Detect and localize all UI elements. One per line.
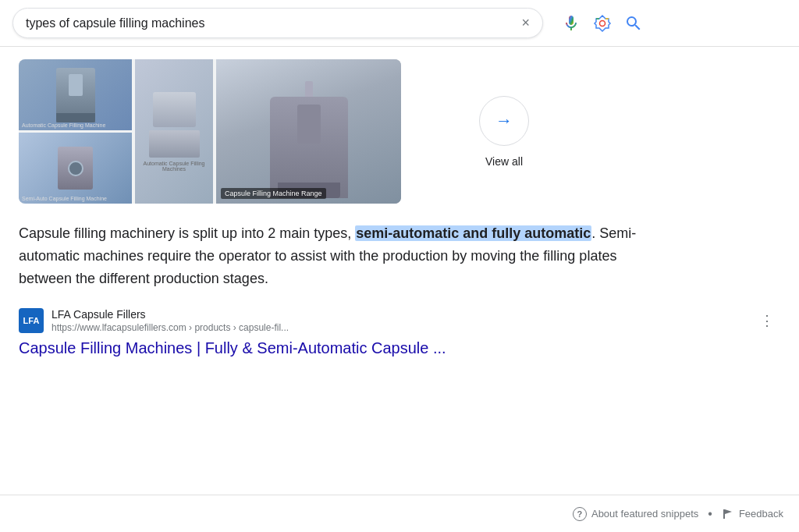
source-info: LFA Capsule Fillers https://www.lfacapsu… (51, 308, 746, 333)
result-link[interactable]: Capsule Filling Machines | Fully & Semi-… (19, 339, 780, 357)
image-strip[interactable]: Automatic Capsule Filling Machine Semi-A… (19, 59, 401, 204)
source-options-icon[interactable]: ⋮ (754, 309, 780, 332)
search-query-text: types of capsule filling machines (26, 16, 515, 30)
about-snippets-text: About featured snippets (591, 508, 698, 520)
view-all-button[interactable]: → (479, 96, 529, 146)
image-caption: Capsule Filling Machine Range (221, 188, 326, 199)
main-content: Automatic Capsule Filling Machine Semi-A… (0, 47, 799, 376)
svg-point-0 (600, 20, 605, 26)
source-row: LFA LFA Capsule Fillers https://www.lfac… (19, 308, 780, 333)
source-name: LFA Capsule Fillers (51, 308, 746, 321)
snippet-text-before: Capsule filling machinery is split up in… (19, 225, 355, 241)
image-top-left[interactable]: Automatic Capsule Filling Machine (19, 59, 132, 130)
about-snippets-section[interactable]: ? About featured snippets (573, 507, 698, 521)
source-favicon: LFA (19, 308, 44, 333)
clear-search-icon[interactable]: × (521, 15, 530, 31)
image-bottom-left[interactable]: Semi-Auto Capsule Filling Machine (19, 133, 132, 204)
microphone-icon[interactable] (562, 14, 581, 33)
search-bar-area: types of capsule filling machines × (0, 0, 799, 47)
view-all-section: → View all (479, 96, 529, 168)
image-section: Automatic Capsule Filling Machine Semi-A… (19, 59, 780, 204)
feedback-flag-icon (722, 508, 734, 520)
view-all-label[interactable]: View all (485, 155, 523, 168)
bottom-bar: ? About featured snippets • Feedback (0, 495, 799, 532)
arrow-right-icon: → (495, 111, 513, 131)
source-url: https://www.lfacapsulefillers.com › prod… (51, 322, 746, 333)
image-left-column: Automatic Capsule Filling Machine Semi-A… (19, 59, 132, 204)
feedback-text: Feedback (739, 508, 783, 520)
separator: • (708, 507, 712, 521)
search-submit-icon[interactable] (624, 14, 643, 33)
svg-rect-1 (723, 509, 725, 519)
snippet-highlight: semi-automatic and fully automatic (355, 225, 591, 241)
help-icon: ? (573, 507, 587, 521)
image-right-main[interactable]: Capsule Filling Machine Range (216, 59, 401, 204)
featured-snippet: Capsule filling machinery is split up in… (19, 222, 659, 289)
search-action-icons (562, 14, 643, 33)
google-lens-icon[interactable] (593, 14, 612, 33)
image-middle[interactable]: Automatic Capsule Filling Machines (135, 59, 213, 204)
search-box[interactable]: types of capsule filling machines × (12, 8, 543, 38)
feedback-section[interactable]: Feedback (722, 508, 783, 520)
